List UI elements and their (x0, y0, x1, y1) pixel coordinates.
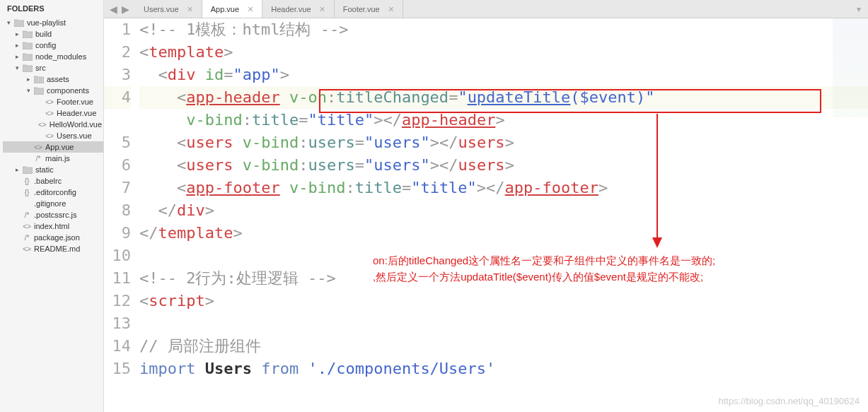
tab-label: Footer.vue (343, 5, 380, 13)
line-number: 8 (104, 199, 131, 222)
file-icon: <> (38, 121, 47, 129)
tree-item-index-html[interactable]: <>index.html (3, 220, 103, 232)
tab-close-icon[interactable]: × (187, 4, 193, 15)
folder-tree: ▾vue-playlist▸build▸config▸node_modules▾… (0, 17, 103, 254)
tree-item-label: Users.vue (57, 131, 92, 140)
tab-bar: ◀ ▶ Users.vue×App.vue×Header.vue×Footer.… (104, 0, 868, 18)
tree-item-static[interactable]: ▸static (3, 164, 103, 175)
tab-close-icon[interactable]: × (388, 4, 394, 15)
line-number: 3 (104, 64, 131, 86)
tab-close-icon[interactable]: × (320, 4, 325, 15)
minimap[interactable] (833, 18, 868, 117)
tree-item-label: package.json (34, 233, 80, 242)
tree-item-label: components (47, 86, 89, 95)
nav-back-icon[interactable]: ◀ (110, 4, 117, 15)
tree-arrow-icon[interactable]: ▾ (27, 87, 34, 94)
tree-item-package-json[interactable]: /*package.json (3, 232, 103, 243)
line-number: 1 (104, 18, 131, 41)
tree-item-main-js[interactable]: /*main.js (3, 153, 103, 164)
tree-item-label: build (35, 30, 52, 38)
tab-label: App.vue (211, 5, 239, 13)
tree-item-helloworld-vue[interactable]: <>HelloWorld.vue (3, 119, 103, 130)
tab-menu-icon[interactable]: ▾ (850, 4, 868, 14)
file-icon: /* (23, 211, 31, 219)
folder-icon (23, 30, 33, 38)
file-icon: <> (45, 132, 54, 140)
tree-item-label: .editorconfig (34, 188, 76, 196)
line-number: 9 (104, 222, 131, 245)
tree-item-label: README.md (34, 245, 80, 253)
tab-header-vue[interactable]: Header.vue× (262, 0, 334, 18)
folder-icon (34, 76, 44, 83)
tab-label: Header.vue (271, 5, 311, 13)
file-icon: <> (45, 98, 54, 106)
line-number: 7 (104, 177, 131, 199)
tree-arrow-icon[interactable]: ▾ (7, 19, 14, 26)
file-icon: {} (23, 177, 31, 185)
tree-arrow-icon[interactable]: ▸ (27, 76, 34, 83)
code-area[interactable]: <!-- 1模板：html结构 --> <template> <div id="… (139, 18, 868, 412)
tree-item-label: node_modules (35, 52, 86, 61)
folder-icon (34, 87, 44, 95)
tree-item-app-vue[interactable]: <>App.vue (3, 141, 103, 153)
tree-item-users-vue[interactable]: <>Users.vue (3, 130, 103, 141)
tree-item-header-vue[interactable]: <>Header.vue (3, 107, 103, 119)
tree-item-build[interactable]: ▸build (3, 28, 103, 40)
line-number: 5 (104, 131, 131, 154)
tree-item-assets[interactable]: ▸assets (3, 73, 103, 85)
tree-arrow-icon[interactable]: ▸ (16, 166, 23, 173)
line-number: 15 (104, 358, 131, 380)
tree-item--editorconfig[interactable]: {}.editorconfig (3, 187, 103, 198)
sidebar-header: FOLDERS (0, 0, 103, 17)
line-number: 6 (104, 154, 131, 177)
tree-item-node_modules[interactable]: ▸node_modules (3, 51, 103, 62)
folder-icon (23, 166, 33, 174)
nav-forward-icon[interactable]: ▶ (122, 4, 129, 15)
tree-item-label: assets (47, 75, 69, 83)
file-icon: <> (23, 245, 31, 253)
file-icon: <> (23, 223, 31, 230)
tree-item-config[interactable]: ▸config (3, 40, 103, 51)
folder-sidebar: FOLDERS ▾vue-playlist▸build▸config▸node_… (0, 0, 104, 412)
tree-item-label: config (35, 41, 56, 49)
file-icon: /* (34, 155, 42, 163)
line-number: 13 (104, 312, 131, 335)
line-gutter: 123456789101112131415 (104, 18, 139, 412)
tree-item-label: App.vue (45, 143, 74, 151)
tab-users-vue[interactable]: Users.vue× (135, 0, 202, 18)
tree-item-label: main.js (45, 154, 70, 163)
tree-item-label: vue-playlist (27, 18, 66, 27)
line-number: 12 (104, 290, 131, 312)
tree-item-src[interactable]: ▾src (3, 62, 103, 73)
line-number (104, 109, 131, 131)
tree-item-label: src (35, 64, 46, 72)
tab-footer-vue[interactable]: Footer.vue× (335, 0, 403, 18)
tree-item-vue-playlist[interactable]: ▾vue-playlist (3, 17, 103, 28)
tree-item-label: .babelrc (34, 177, 62, 185)
tree-arrow-icon[interactable]: ▸ (16, 53, 23, 60)
tree-arrow-icon[interactable]: ▾ (16, 64, 23, 71)
line-number: 14 (104, 335, 131, 358)
code-editor[interactable]: 123456789101112131415 <!-- 1模板：html结构 --… (104, 18, 868, 412)
tree-item-label: HelloWorld.vue (50, 120, 102, 129)
tree-item--postcssrc-js[interactable]: /*.postcssrc.js (3, 209, 103, 220)
folder-icon (23, 53, 33, 61)
tree-item--gitignore[interactable]: .gitignore (3, 198, 103, 209)
tree-item-label: static (35, 165, 54, 174)
tree-item-label: Header.vue (57, 109, 96, 117)
line-number: 4 (104, 86, 131, 109)
folder-icon (14, 19, 24, 27)
tab-app-vue[interactable]: App.vue× (202, 0, 263, 18)
file-icon: /* (23, 234, 31, 242)
tree-item-footer-vue[interactable]: <>Footer.vue (3, 96, 103, 107)
line-number: 11 (104, 267, 131, 290)
tab-label: Users.vue (144, 5, 179, 13)
tree-arrow-icon[interactable]: ▸ (16, 42, 23, 49)
tree-item-components[interactable]: ▾components (3, 85, 103, 96)
file-icon: <> (45, 110, 54, 117)
line-number: 2 (104, 41, 131, 64)
tree-item--babelrc[interactable]: {}.babelrc (3, 175, 103, 187)
tree-arrow-icon[interactable]: ▸ (16, 30, 23, 37)
tree-item-readme-md[interactable]: <>README.md (3, 243, 103, 254)
tab-close-icon[interactable]: × (248, 4, 253, 15)
